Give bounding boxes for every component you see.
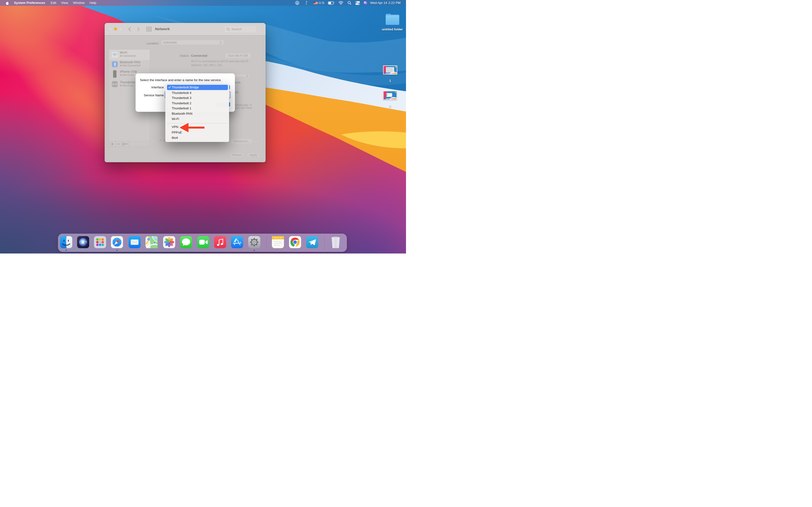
svg-text:280: 280 — [153, 242, 156, 244]
